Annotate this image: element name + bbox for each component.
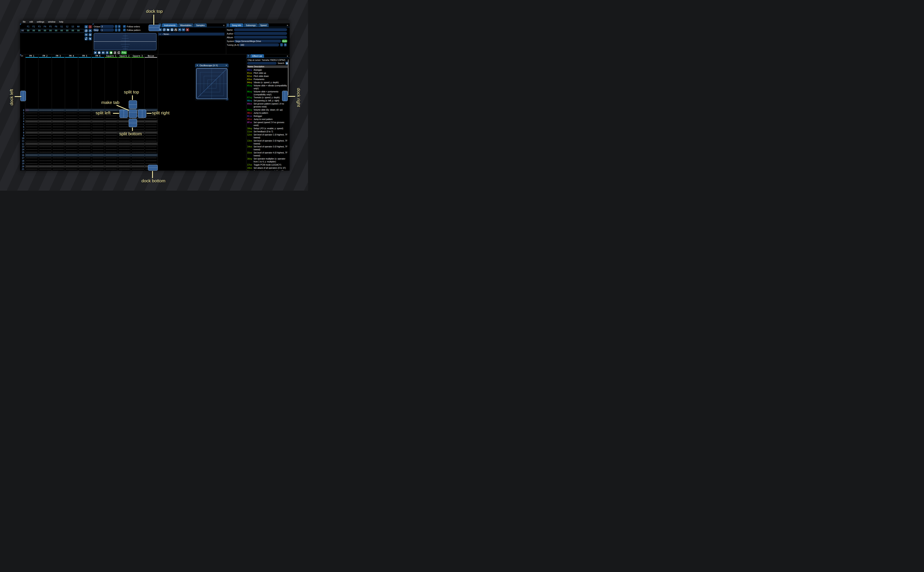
pattern-cell[interactable] — [92, 126, 104, 128]
pattern-cell[interactable] — [52, 145, 64, 148]
pattern-cell[interactable] — [65, 112, 77, 114]
pattern-cell[interactable] — [118, 145, 130, 148]
tab-effect-list[interactable]: Effect List — [250, 54, 264, 58]
pattern-cell[interactable] — [92, 117, 104, 120]
pattern-cell[interactable] — [118, 126, 130, 128]
effect-list-collapse-icon[interactable]: ▼ — [247, 54, 250, 58]
save-button[interactable] — [170, 28, 174, 31]
pattern-cell[interactable] — [52, 134, 64, 137]
pattern-cell[interactable] — [105, 140, 117, 142]
octave-plus-button[interactable]: + — [118, 25, 120, 28]
menu-settings[interactable]: settings — [35, 20, 46, 23]
move-down-button[interactable] — [182, 28, 185, 31]
pattern-cell[interactable] — [79, 165, 90, 168]
pattern-cell[interactable] — [105, 123, 117, 126]
pattern-cell[interactable] — [65, 151, 77, 154]
channel-header-fm-2[interactable]: FM 2 — [38, 55, 51, 57]
instrument-list-item[interactable]: ○ - None - — [158, 33, 224, 36]
pattern-cell[interactable] — [52, 120, 64, 123]
pattern-cell[interactable] — [118, 162, 130, 165]
tab-samples[interactable]: Samples — [194, 23, 207, 27]
pattern-cell[interactable] — [39, 123, 51, 126]
pattern-cell[interactable] — [65, 114, 77, 117]
effect-table-rows[interactable]: 00xyArpeggio01xxPitch slide up02xxPitch … — [247, 68, 288, 170]
pattern-cell[interactable] — [79, 109, 90, 112]
pattern-cell[interactable] — [52, 154, 64, 156]
step-input[interactable]: 1 — [100, 28, 114, 31]
pattern-cell[interactable] — [79, 142, 90, 145]
pattern-cell[interactable] — [65, 154, 77, 156]
pattern-cell[interactable] — [79, 151, 90, 154]
pattern-cell[interactable] — [26, 162, 37, 165]
pattern-row[interactable] — [25, 154, 157, 156]
effect-row-0Bxx[interactable]: 0BxxJump to pattern — [247, 112, 288, 115]
channel-header-fm-6[interactable]: FM 6 — [92, 55, 104, 57]
orders-value-S3[interactable]: 00 — [70, 30, 75, 32]
effect-row-05xy[interactable]: 05xyVolume slide + vibrato (compatibilit… — [247, 84, 288, 90]
metronome-button[interactable] — [114, 51, 117, 54]
pattern-cell[interactable] — [79, 159, 90, 162]
pattern-cell[interactable] — [65, 162, 77, 165]
pattern-cell[interactable] — [65, 137, 77, 140]
remove-button[interactable]: − — [89, 25, 92, 28]
orders-value-F1[interactable]: 00 — [26, 30, 31, 32]
instruments-close-button[interactable]: × — [223, 24, 225, 27]
pattern-cell[interactable] — [92, 123, 104, 126]
pattern-row[interactable] — [25, 157, 157, 159]
pattern-cell[interactable] — [26, 126, 37, 128]
pattern-cell[interactable] — [52, 109, 64, 112]
tuning-input[interactable]: 440 — [239, 43, 279, 47]
pattern-row[interactable] — [25, 159, 157, 162]
channel-header-fm-4[interactable]: FM 4 — [65, 55, 78, 57]
orders-value-N0[interactable]: 00 — [76, 30, 81, 32]
pattern-cell[interactable] — [145, 120, 157, 123]
pattern-cell[interactable] — [65, 157, 77, 159]
pattern-cell[interactable] — [39, 109, 51, 112]
pattern-cell[interactable] — [79, 128, 90, 131]
pattern-cell[interactable] — [92, 142, 104, 145]
pattern-cell[interactable] — [132, 140, 143, 142]
effect-row-15xx[interactable]: 15xxSet level of operator 4 (0 highest, … — [247, 151, 288, 157]
pattern-cell[interactable] — [79, 114, 90, 117]
tuning-plus-button[interactable]: + — [284, 43, 287, 47]
pattern-cell[interactable] — [26, 142, 37, 145]
pattern-cell[interactable] — [145, 162, 157, 165]
divider[interactable] — [226, 23, 226, 54]
pattern-cell[interactable] — [79, 123, 90, 126]
pattern-cell[interactable] — [65, 134, 77, 137]
pattern-cell[interactable] — [39, 168, 51, 170]
effect-row-0Cxx[interactable]: 0CxxRetrigger — [247, 115, 288, 118]
pattern-cell[interactable] — [65, 117, 77, 120]
pattern-cell[interactable] — [52, 123, 64, 126]
pattern-cell[interactable] — [118, 140, 130, 142]
pattern-cell[interactable] — [92, 154, 104, 156]
orders-value-F4[interactable]: 00 — [42, 30, 47, 32]
pattern-cell[interactable] — [52, 151, 64, 154]
effect-row-11xx[interactable]: 11xxSet feedback (0 to 7) — [247, 130, 288, 133]
pattern-cell[interactable] — [52, 112, 64, 114]
pattern-cell[interactable] — [65, 109, 77, 112]
pattern-cell[interactable] — [39, 120, 51, 123]
tab-wavetables[interactable]: Wavetables — [178, 23, 193, 27]
pattern-cell[interactable] — [26, 168, 37, 170]
pattern-cell[interactable] — [65, 140, 77, 142]
pattern-cell[interactable] — [92, 151, 104, 154]
edit-record-button[interactable] — [109, 51, 113, 54]
pattern-cell[interactable] — [132, 142, 143, 145]
pattern-cell[interactable] — [79, 145, 90, 148]
pattern-cell[interactable] — [92, 120, 104, 123]
effect-row-14xx[interactable]: 14xxSet level of operator 3 (0 highest, … — [247, 145, 288, 151]
effect-row-1Axx[interactable]: 1AxxSet attack of operator 1 (0 to 1F) — [247, 170, 288, 170]
pattern-cell[interactable] — [26, 145, 37, 148]
follow-pattern-checkbox[interactable]: ✓ — [123, 29, 126, 31]
pattern-cell[interactable] — [26, 140, 37, 142]
close-icon[interactable]: × — [226, 64, 227, 67]
pattern-cell[interactable] — [92, 162, 104, 165]
effect-row-10xy[interactable]: 10xySetup LFO (x: enable; y: speed) — [247, 127, 288, 130]
split-left-target[interactable] — [120, 110, 128, 118]
pattern-cell[interactable] — [65, 126, 77, 128]
pattern-cell[interactable] — [52, 165, 64, 168]
pattern-row[interactable] — [25, 145, 157, 148]
pattern-cell[interactable] — [92, 131, 104, 134]
move-down-button[interactable] — [84, 33, 88, 36]
